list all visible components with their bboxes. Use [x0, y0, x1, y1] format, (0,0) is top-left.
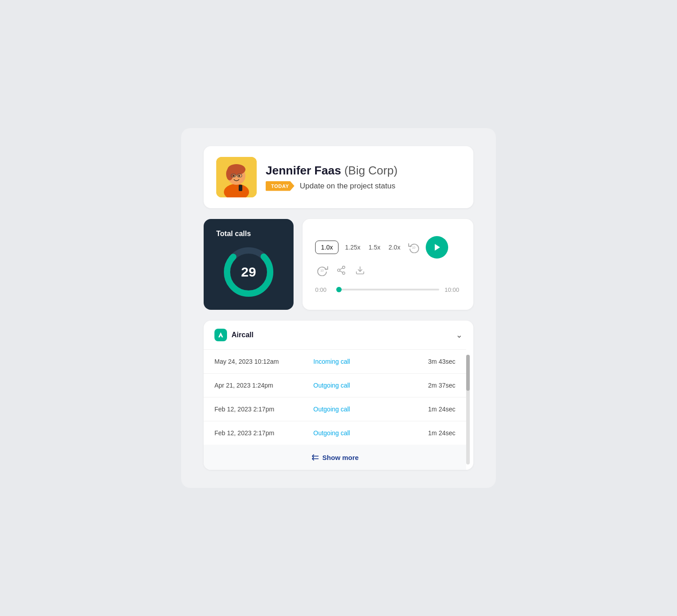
share-button[interactable]	[334, 263, 348, 277]
speed-and-controls: 1.0x 1.25x 1.5x 2.0x 10	[315, 236, 461, 277]
call-row: Feb 12, 2023 2:17pm Outgoing call 1m 24s…	[204, 397, 466, 421]
aircall-header-left: Aircall	[214, 329, 254, 341]
profile-name: Jennifer Faas (Big Corp)	[266, 164, 397, 178]
meeting-text: Update on the project status	[300, 182, 396, 191]
calls-list-container: May 24, 2023 10:12am Incoming call 3m 43…	[204, 349, 473, 470]
svg-line-20	[340, 268, 343, 269]
show-more-label: Show more	[322, 454, 359, 461]
company-name: (Big Corp)	[344, 164, 397, 177]
profile-info: Jennifer Faas (Big Corp) TODAY Update on…	[266, 164, 397, 191]
call-row: May 24, 2023 10:12am Incoming call 3m 43…	[204, 349, 466, 373]
progress-bar[interactable]	[337, 289, 439, 290]
call-row: Apr 21, 2023 1:24pm Outgoing call 2m 37s…	[204, 373, 466, 397]
call-type-link[interactable]: Outgoing call	[313, 406, 410, 413]
play-button[interactable]	[426, 236, 448, 259]
call-date: Apr 21, 2023 1:24pm	[214, 382, 304, 389]
call-date: Feb 12, 2023 2:17pm	[214, 429, 304, 437]
total-calls-number: 29	[241, 264, 256, 280]
show-more-row[interactable]: ⇊ Show more	[204, 445, 466, 470]
show-more-icon: ⇊	[310, 454, 321, 461]
profile-card: Jennifer Faas (Big Corp) TODAY Update on…	[204, 146, 473, 208]
call-type-link[interactable]: Outgoing call	[313, 382, 410, 389]
aircall-header[interactable]: Aircall ⌄	[204, 321, 473, 349]
stats-player-row: Total calls 29 1.0x 1.25x 1.5x 2.0x	[204, 219, 473, 310]
call-type-link[interactable]: Incoming call	[313, 358, 410, 365]
profile-meeting: TODAY Update on the project status	[266, 181, 397, 191]
scrollbar-thumb	[466, 355, 470, 391]
app-container: Jennifer Faas (Big Corp) TODAY Update on…	[181, 128, 496, 488]
svg-text:10: 10	[412, 246, 415, 249]
svg-marker-14	[435, 244, 440, 250]
total-calls-card: Total calls 29	[204, 219, 294, 310]
call-duration: 1m 24sec	[419, 429, 455, 437]
svg-rect-10	[239, 185, 242, 191]
total-time: 10:00	[445, 286, 461, 293]
fast-forward-button[interactable]: 10	[315, 263, 330, 277]
svg-text:10: 10	[321, 269, 324, 272]
call-duration: 2m 37sec	[419, 382, 455, 389]
total-calls-label: Total calls	[216, 230, 251, 238]
download-button[interactable]	[353, 263, 367, 277]
call-date: May 24, 2023 10:12am	[214, 358, 304, 365]
avatar	[216, 157, 257, 197]
svg-point-18	[343, 272, 345, 274]
progress-row: 0:00 10:00	[315, 286, 461, 293]
call-type-link[interactable]: Outgoing call	[313, 429, 410, 437]
call-row: Feb 12, 2023 2:17pm Outgoing call 1m 24s…	[204, 421, 466, 445]
calls-list: May 24, 2023 10:12am Incoming call 3m 43…	[204, 349, 466, 470]
aircall-title: Aircall	[232, 331, 254, 339]
current-time: 0:00	[315, 286, 331, 293]
today-badge: TODAY	[266, 181, 294, 191]
chevron-down-icon: ⌄	[456, 330, 463, 340]
speed-15x-button[interactable]: 1.5x	[367, 241, 382, 254]
speed-2x-button[interactable]: 2.0x	[387, 241, 402, 254]
scrollbar-track[interactable]	[466, 355, 470, 464]
aircall-logo	[214, 329, 227, 341]
aircall-section: Aircall ⌄ May 24, 2023 10:12am Incoming …	[204, 321, 473, 470]
progress-thumb	[336, 287, 342, 292]
donut-chart: 29	[222, 245, 276, 299]
speed-125x-button[interactable]: 1.25x	[343, 241, 362, 254]
speed-1x-button[interactable]: 1.0x	[315, 241, 338, 254]
call-date: Feb 12, 2023 2:17pm	[214, 406, 304, 413]
call-duration: 3m 43sec	[419, 358, 455, 365]
rewind-button[interactable]: 10	[407, 240, 421, 254]
svg-point-17	[338, 269, 340, 272]
svg-point-5	[233, 175, 235, 177]
player-card: 1.0x 1.25x 1.5x 2.0x 10	[303, 219, 473, 310]
call-duration: 1m 24sec	[419, 406, 455, 413]
svg-line-19	[340, 271, 343, 272]
svg-point-16	[343, 266, 345, 268]
svg-point-6	[238, 175, 240, 177]
